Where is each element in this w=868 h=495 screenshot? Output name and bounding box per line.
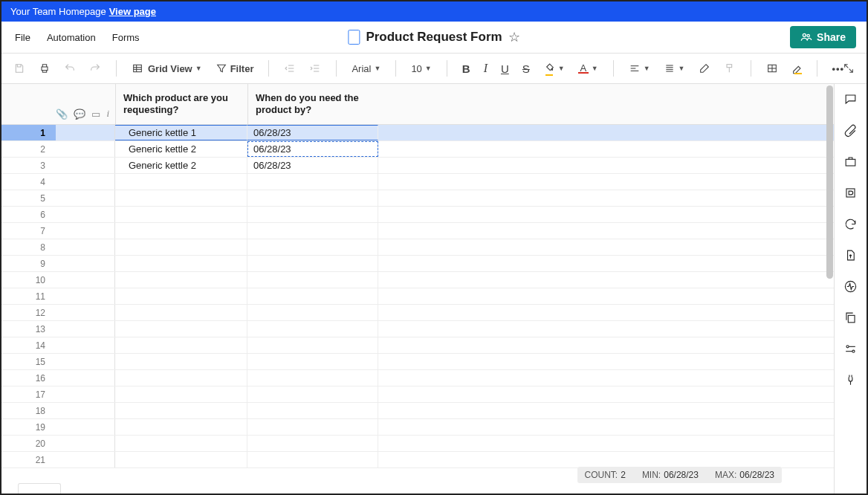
indent-icon[interactable] <box>305 58 326 79</box>
row-number[interactable]: 8 <box>1 239 56 255</box>
cell-date[interactable] <box>247 419 378 435</box>
cell-date[interactable]: 06/28/23 <box>247 141 378 157</box>
cell-date[interactable] <box>247 174 378 190</box>
table-row[interactable]: 18 <box>1 403 834 419</box>
save-icon[interactable] <box>9 58 30 79</box>
row-gutter[interactable] <box>56 223 115 239</box>
fill-color-button[interactable]: ▼ <box>539 58 569 79</box>
row-number[interactable]: 10 <box>1 272 56 288</box>
vertical-scrollbar[interactable] <box>826 85 833 279</box>
cell-product[interactable] <box>115 370 247 386</box>
row-number[interactable]: 6 <box>1 207 56 222</box>
row-number[interactable]: 11 <box>1 288 56 304</box>
expand-icon[interactable] <box>838 58 859 79</box>
italic-button[interactable]: I <box>479 58 492 79</box>
row-number[interactable]: 13 <box>1 321 56 337</box>
cell-date[interactable] <box>247 305 378 320</box>
row-gutter[interactable] <box>56 403 115 418</box>
cell-date[interactable] <box>247 272 378 288</box>
row-number[interactable]: 1 <box>1 125 56 140</box>
row-number[interactable]: 9 <box>1 256 56 271</box>
column-header-b[interactable]: When do you need the product by? <box>247 84 378 124</box>
print-icon[interactable] <box>34 58 55 79</box>
refresh-icon[interactable] <box>843 216 858 231</box>
row-gutter[interactable] <box>56 419 115 435</box>
cell-date[interactable] <box>247 403 378 418</box>
share-button[interactable]: Share <box>790 26 856 48</box>
row-gutter[interactable] <box>56 141 115 157</box>
table-row[interactable]: 1Generic kettle 106/28/23 <box>1 125 834 141</box>
underline-button[interactable]: U <box>496 58 514 79</box>
cell-product[interactable] <box>115 386 247 402</box>
row-gutter[interactable] <box>56 158 115 173</box>
row-number[interactable]: 2 <box>1 141 56 157</box>
row-number[interactable]: 17 <box>1 386 56 402</box>
cell-product[interactable] <box>115 419 247 435</box>
table-row[interactable]: 8 <box>1 239 834 256</box>
cell-product[interactable] <box>115 174 247 190</box>
row-gutter[interactable] <box>56 174 115 190</box>
table-row[interactable]: 11 <box>1 288 834 305</box>
row-gutter[interactable] <box>56 272 115 288</box>
row-gutter[interactable] <box>56 386 115 402</box>
attachment-icon[interactable]: 📎 <box>56 109 68 120</box>
cell-product[interactable]: Generic kettle 2 <box>115 141 247 157</box>
outdent-icon[interactable] <box>279 58 300 79</box>
font-size-select[interactable]: 10 ▼ <box>407 58 435 79</box>
comment-icon[interactable]: 💬 <box>74 109 85 120</box>
cell-product[interactable] <box>115 272 247 288</box>
row-number[interactable]: 12 <box>1 305 56 320</box>
row-gutter[interactable] <box>56 239 115 255</box>
cell-date[interactable] <box>247 337 378 353</box>
cell-date[interactable]: 06/28/23 <box>247 125 378 140</box>
row-gutter[interactable] <box>56 370 115 386</box>
cell-product[interactable] <box>115 207 247 222</box>
info-icon[interactable]: i <box>106 108 109 120</box>
row-gutter[interactable] <box>56 436 115 451</box>
row-number[interactable]: 4 <box>1 174 56 190</box>
status-bar[interactable]: COUNT:2 MIN:06/28/23 MAX:06/28/23 <box>577 467 782 483</box>
table-row[interactable]: 12 <box>1 305 834 321</box>
table-row[interactable]: 10 <box>1 272 834 288</box>
column-header-a[interactable]: Which product are you requesting? <box>115 84 247 124</box>
copy-icon[interactable] <box>843 310 858 325</box>
cell-date[interactable] <box>247 256 378 271</box>
cell-product[interactable] <box>115 239 247 255</box>
table-row[interactable]: 21 <box>1 452 834 468</box>
row-gutter[interactable] <box>56 452 115 468</box>
cell-date[interactable] <box>247 354 378 369</box>
table-row[interactable]: 15 <box>1 354 834 370</box>
cell-product[interactable]: Generic kettle 2 <box>115 158 247 173</box>
menu-automation[interactable]: Automation <box>47 32 96 43</box>
cell-date[interactable] <box>247 452 378 468</box>
table-row[interactable]: 14 <box>1 337 834 354</box>
cell-product[interactable] <box>115 452 247 468</box>
strikethrough-button[interactable]: S <box>518 58 534 79</box>
v-align-button[interactable]: ▼ <box>659 58 690 79</box>
format-painter-icon[interactable] <box>719 58 740 79</box>
upload-file-icon[interactable] <box>843 248 858 262</box>
font-family-select[interactable]: Arial ▼ <box>347 58 385 79</box>
eraser-icon[interactable] <box>694 58 715 79</box>
h-align-button[interactable]: ▼ <box>624 58 655 79</box>
cell-date[interactable]: 06/28/23 <box>247 158 378 173</box>
document-title[interactable]: Product Request Form <box>366 30 502 45</box>
cell-product[interactable] <box>115 354 247 369</box>
cell-product[interactable] <box>115 337 247 353</box>
row-gutter[interactable] <box>56 288 115 304</box>
filter-button[interactable]: Filter <box>211 58 259 79</box>
cell-date[interactable] <box>247 288 378 304</box>
bold-button[interactable]: B <box>458 58 475 79</box>
row-gutter[interactable] <box>56 305 115 320</box>
row-gutter[interactable] <box>56 256 115 271</box>
briefcase-icon[interactable] <box>843 154 858 169</box>
activity-icon[interactable] <box>843 279 858 294</box>
cell-product[interactable] <box>115 436 247 451</box>
row-gutter[interactable] <box>56 125 115 140</box>
row-number[interactable]: 20 <box>1 436 56 451</box>
plug-icon[interactable] <box>843 372 858 387</box>
cell-product[interactable] <box>115 256 247 271</box>
grid-view-button[interactable]: Grid View ▼ <box>127 58 207 79</box>
cell-product[interactable]: Generic kettle 1 <box>115 125 247 140</box>
menu-file[interactable]: File <box>15 32 30 43</box>
